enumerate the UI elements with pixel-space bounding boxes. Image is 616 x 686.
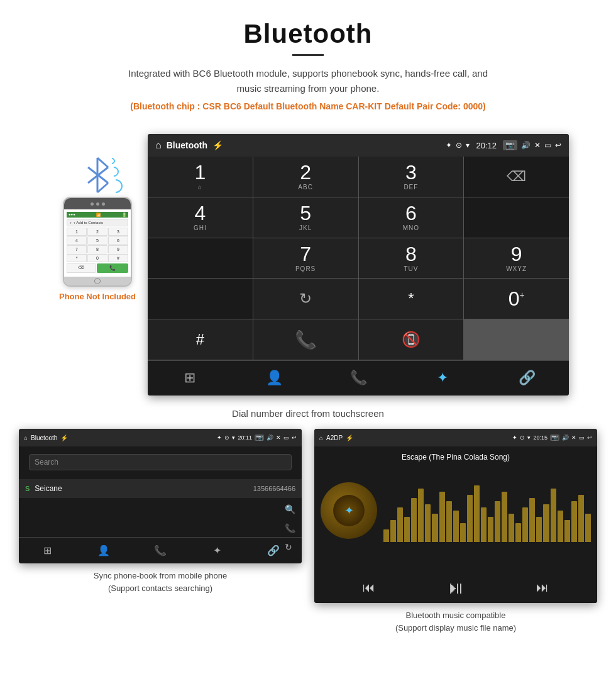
phone-key-3[interactable]: 3 — [108, 228, 128, 236]
dial-key-7[interactable]: 7 PQRS — [253, 238, 358, 279]
music-song-title: Escape (The Pina Colada Song) — [402, 453, 510, 462]
dial-key-9[interactable]: 9 WXYZ — [464, 238, 569, 279]
phonebook-item: ⌂ Bluetooth ⚡ ✦ ⊙ ▾ 20:11 📷 🔊 ✕ ▭ ↩ — [19, 429, 302, 634]
pb-vol-icon[interactable]: 🔊 — [267, 434, 273, 441]
home-icon[interactable]: ⌂ — [155, 140, 162, 151]
page-title: Bluetooth — [13, 19, 603, 49]
pb-cam-icon[interactable]: 📷 — [255, 434, 264, 441]
phone-key-6[interactable]: 6 — [108, 236, 128, 245]
viz-bar — [515, 523, 521, 542]
phone-key-8[interactable]: 8 — [87, 245, 107, 253]
viz-bar — [502, 492, 507, 542]
nav-grid[interactable]: ⊞ — [148, 361, 232, 396]
mu-close-icon[interactable]: ✕ — [571, 434, 576, 441]
viz-bar — [522, 507, 528, 542]
dial-call-red[interactable]: 📵 — [359, 319, 464, 360]
dial-key-8[interactable]: 8 TUV — [359, 238, 464, 279]
viz-bar — [390, 520, 396, 542]
dial-call-green[interactable]: 📞 — [253, 319, 358, 360]
music-controls: ⏮ ⏯ ⏭ — [314, 572, 597, 603]
pb-home-icon[interactable]: ⌂ — [24, 434, 28, 441]
phone-key-7[interactable]: 7 — [67, 245, 87, 253]
music-prev-btn[interactable]: ⏮ — [363, 580, 375, 595]
mu-vol-icon[interactable]: 🔊 — [562, 434, 569, 441]
phone-key-0[interactable]: 0 — [87, 254, 107, 262]
phone-key-1[interactable]: 1 — [67, 228, 87, 236]
nav-person[interactable]: 👤 — [232, 361, 316, 396]
status-left: ⌂ Bluetooth ⚡ — [155, 140, 223, 151]
viz-bar — [585, 514, 591, 542]
dial-key-star[interactable]: * — [359, 279, 464, 319]
pb-app-name: Bluetooth — [31, 434, 57, 441]
mu-back-icon[interactable]: ↩ — [587, 434, 592, 441]
pb-win-icon[interactable]: ▭ — [283, 434, 289, 441]
phone-key-star[interactable]: * — [67, 254, 87, 262]
viz-bar — [439, 492, 445, 542]
music-bt-icon: ✦ — [344, 504, 354, 517]
dial-key-hash[interactable]: # — [148, 319, 253, 360]
phone-back-btn[interactable]: ⌫ — [67, 263, 96, 273]
phone-key-2[interactable]: 2 — [87, 228, 107, 236]
pb-nav-phone[interactable]: 📞 — [132, 545, 189, 556]
viz-bar — [467, 495, 473, 542]
viz-bar — [488, 517, 493, 542]
phone-key-hash[interactable]: # — [108, 254, 128, 262]
music-caption: Bluetooth music compatible (Support disp… — [395, 609, 516, 634]
time-label: 20:12 — [476, 141, 497, 150]
dial-key-6[interactable]: 6 MNO — [359, 197, 464, 238]
phone-key-4[interactable]: 4 — [67, 236, 87, 245]
music-next-btn[interactable]: ⏭ — [536, 580, 549, 595]
pb-refresh-right-icon[interactable]: ↻ — [285, 542, 295, 552]
app-name-label: Bluetooth — [167, 140, 207, 150]
dial-key-2[interactable]: 2 ABC — [253, 157, 358, 197]
back-icon[interactable]: ↩ — [555, 141, 561, 150]
viz-bar — [558, 511, 563, 542]
nav-link[interactable]: 🔗 — [485, 361, 569, 396]
close-icon[interactable]: ✕ — [534, 141, 541, 150]
viz-bar — [383, 529, 389, 542]
mu-cam-icon[interactable]: 📷 — [550, 434, 559, 441]
mu-home-icon[interactable]: ⌂ — [319, 434, 323, 441]
window-icon[interactable]: ▭ — [544, 141, 551, 150]
volume-icon[interactable]: 🔊 — [521, 141, 531, 150]
camera-icon[interactable]: 📷 — [503, 140, 517, 150]
mu-win-icon[interactable]: ▭ — [579, 434, 585, 441]
music-content: Escape (The Pina Colada Song) ✦ — [314, 446, 597, 572]
pb-nav-bt[interactable]: ✦ — [189, 545, 245, 556]
phone-call-btn[interactable]: 📞 — [97, 263, 128, 273]
phone-key-5[interactable]: 5 — [87, 236, 107, 245]
phone-status-bar: ●●●📶🔋 — [67, 212, 128, 218]
pb-loc-icon: ⊙ — [224, 434, 229, 441]
phonebook-search[interactable]: Search — [29, 454, 292, 470]
phone-key-9[interactable]: 9 — [108, 245, 128, 253]
pb-nav-grid[interactable]: ⊞ — [19, 545, 75, 556]
pb-call-right-icon[interactable]: 📞 — [285, 523, 295, 533]
pb-search-right-icon[interactable]: 🔍 — [285, 504, 295, 514]
phone-add-contact-btn[interactable]: ++ Add to Contacts — [67, 219, 128, 226]
viz-bar — [481, 507, 487, 542]
pb-back-icon[interactable]: ↩ — [292, 434, 297, 441]
dial-key-empty-1: ⌫ — [464, 157, 569, 197]
pb-nav-person[interactable]: 👤 — [75, 545, 132, 556]
nav-bluetooth[interactable]: ✦ — [400, 361, 485, 396]
pb-usb-icon: ⚡ — [60, 434, 68, 441]
viz-bar — [495, 501, 500, 542]
viz-bar — [404, 517, 410, 542]
phonebook-entry[interactable]: S Seicane 13566664466 — [19, 479, 302, 498]
page-description: Integrated with BC6 Bluetooth module, su… — [119, 66, 497, 96]
phone-screen: ●●●📶🔋 ++ Add to Contacts 1 2 3 4 5 6 7 8… — [64, 209, 131, 277]
dial-key-1[interactable]: 1 ⌂ — [148, 157, 253, 197]
dial-key-5[interactable]: 5 JKL — [253, 197, 358, 238]
pb-close-icon[interactable]: ✕ — [276, 434, 281, 441]
location-icon: ⊙ — [456, 141, 462, 150]
music-play-pause-btn[interactable]: ⏯ — [447, 577, 465, 598]
bluetooth-icon-wrapper — [75, 153, 119, 197]
dial-key-3[interactable]: 3 DEF — [359, 157, 464, 197]
viz-bar — [543, 504, 549, 542]
bluetooth-status-icon: ✦ — [446, 141, 452, 150]
nav-phone[interactable]: 📞 — [316, 361, 400, 396]
dial-key-4[interactable]: 4 GHI — [148, 197, 253, 238]
dial-key-0[interactable]: 0+ — [464, 279, 569, 319]
dial-reload[interactable]: ↻ — [253, 279, 358, 319]
phone-home-button[interactable] — [94, 278, 101, 284]
